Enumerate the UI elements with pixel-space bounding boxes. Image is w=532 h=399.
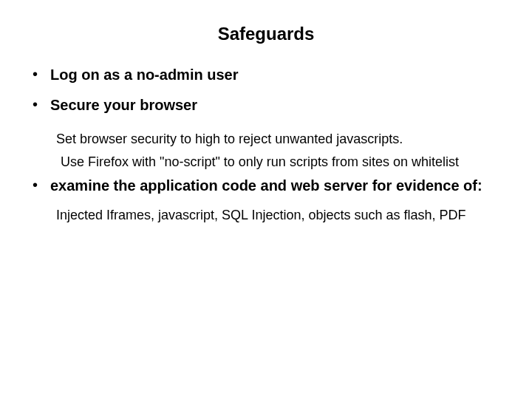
item-head: Secure your browser: [50, 95, 502, 115]
item-head: examine the application code and web ser…: [50, 176, 502, 196]
sub-text: Injected Iframes, javascript, SQL Inject…: [56, 206, 470, 225]
item-head: Log on as a no-admin user: [50, 65, 502, 85]
sub-text: Use Firefox with "no-script" to only run…: [61, 153, 471, 171]
slide-title: Safeguards: [30, 24, 502, 44]
sub-text: Set browser security to high to reject u…: [56, 130, 470, 149]
list-item: Log on as a no-admin user: [30, 65, 502, 85]
slide: Safeguards Log on as a no-admin user Sec…: [0, 0, 532, 399]
list-item: examine the application code and web ser…: [30, 176, 502, 225]
list-item: Secure your browser Set browser security…: [30, 95, 502, 171]
bullet-list: Log on as a no-admin user Secure your br…: [30, 65, 502, 225]
